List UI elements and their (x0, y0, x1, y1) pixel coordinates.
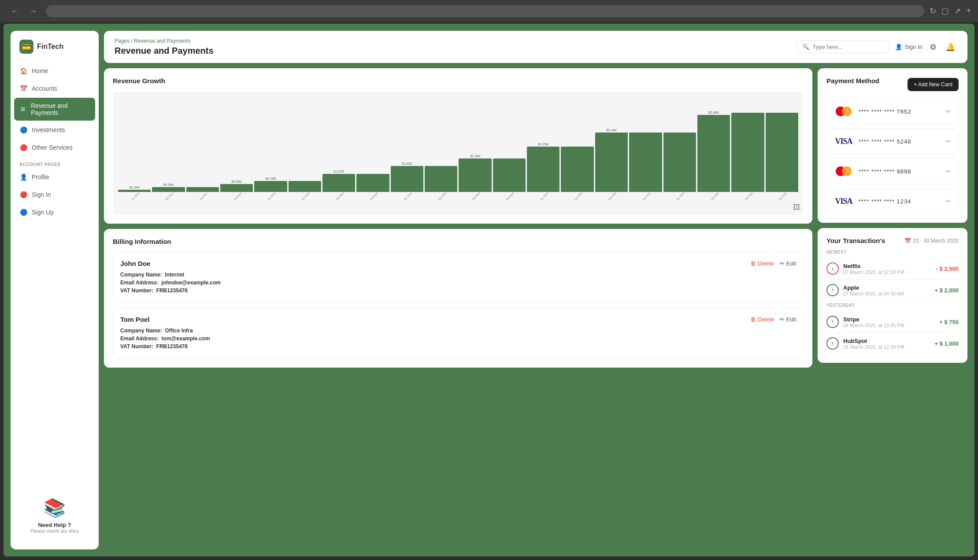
card-edit-button-0[interactable]: ✏ (946, 108, 951, 115)
company-label: Company Name: (120, 272, 162, 278)
address-bar[interactable] (46, 5, 924, 17)
bar (391, 166, 423, 192)
header-actions: 🔍 👤 Sign In ⚙ 🔔 (796, 41, 957, 54)
sidebar-item-home[interactable]: 🏠 Home (14, 63, 95, 79)
search-icon: 🔍 (802, 44, 809, 50)
browser-nav: ← → (7, 5, 41, 18)
billing-entry: John Doe 🗑 Delete ✏ Edit (113, 252, 804, 303)
add-new-card-button[interactable]: + Add New Card (908, 78, 959, 91)
card-number-0: **** **** **** 7852 (859, 108, 911, 115)
sidebar-item-label: Sign Up (32, 209, 54, 216)
sidebar-logo: 💳 FinTech (11, 40, 99, 63)
txn-date: 27 March 2020, at 12:30 PM (843, 269, 904, 275)
billing-edit-button-1[interactable]: ✏ Edit (780, 316, 796, 323)
bar-value-label: $3.15M (538, 143, 548, 146)
trash-icon: 🗑 (750, 316, 756, 323)
chart-bar-group: Q3 2012 (186, 107, 219, 198)
bar-x-label: Q2 2015 (574, 192, 583, 201)
billing-title: Billing Information (113, 238, 804, 245)
card-left: **** **** **** 9898 (834, 165, 911, 177)
sidebar-item-label: Sign In (32, 191, 51, 198)
bar (322, 174, 355, 192)
bar-x-label: Q2 2012 (165, 192, 174, 201)
chart-area: $0.18MQ1 2012$0.34MQ2 2012Q3 2012$0.55MQ… (113, 92, 804, 215)
reload-icon[interactable]: ↻ (930, 6, 936, 16)
browser-back-button[interactable]: ← (7, 5, 22, 18)
chart-bar-group: $2.33MQ3 2014 (459, 107, 491, 198)
browser-forward-button[interactable]: → (26, 5, 41, 18)
sidebar-item-sign-in[interactable]: 🔴 Sign In (14, 186, 95, 203)
sidebar-item-investments[interactable]: 🔵 Investments (14, 122, 95, 138)
transaction-item-hubspot: ↑ HubSpot 26 March 2020, at 12:30 PM + $… (826, 333, 959, 354)
email-label: Email Address: (120, 280, 159, 286)
txn-name: Netflix (843, 263, 904, 269)
txn-info: Netflix 27 March 2020, at 12:30 PM (843, 263, 904, 275)
sidebar-help: 📚 Need Help ? Please check our docs (11, 490, 99, 541)
sidebar-item-revenue[interactable]: ≡ Revenue and Payments (14, 98, 95, 121)
vat-label: VAT Number: (120, 287, 153, 294)
bar-x-label: Q4 2016 (778, 192, 788, 201)
sidebar-item-label: Other Services (32, 144, 73, 151)
sign-in-label: Sign In (905, 44, 922, 50)
header-left: Pages / Revenue and Payments Revenue and… (115, 38, 214, 56)
card-edit-button-2[interactable]: ✏ (946, 168, 951, 175)
notifications-button[interactable]: 🔔 (944, 41, 957, 54)
billing-actions: 🗑 Delete ✏ Edit (750, 316, 796, 323)
add-card-label: + Add New Card (914, 81, 952, 88)
chart-bar-group: $1.27MQ3 2013 (322, 107, 355, 198)
transactions-header: Your Transaction's 📅 23 - 30 March 2020 (826, 237, 959, 244)
billing-name: John Doe (120, 260, 150, 267)
vat-label: VAT Number: (120, 343, 153, 350)
payment-card-item-1: VISA **** **** **** 5248 ✏ (826, 129, 959, 154)
billing-edit-button-0[interactable]: ✏ Edit (780, 260, 796, 267)
chart-bar-group: $1.82MQ1 2014 (391, 107, 423, 198)
delete-label: Delete (758, 260, 774, 267)
home-icon: 🏠 (19, 67, 27, 75)
sidebar-item-other-services[interactable]: 🔴 Other Services (14, 139, 95, 156)
chart-bar-group: Q1 2016 (663, 107, 696, 198)
new-tab-icon[interactable]: + (966, 6, 971, 16)
settings-button[interactable]: ⚙ (928, 41, 938, 54)
bar-x-label: Q3 2016 (744, 192, 753, 201)
sidebar-item-profile[interactable]: 👤 Profile (14, 169, 95, 185)
chart-bar-group: $0.18MQ1 2012 (118, 107, 151, 198)
bar (663, 133, 696, 192)
sidebar-item-label: Revenue and Payments (31, 102, 90, 116)
edit-label: Edit (786, 316, 796, 323)
breadcrumb: Pages / Revenue and Payments (115, 38, 214, 44)
billing-delete-button-1[interactable]: 🗑 Delete (750, 316, 774, 323)
delete-label: Delete (758, 316, 774, 323)
sidebar: 💳 FinTech 🏠 Home 📅 Accounts ≡ Revenue an… (11, 31, 99, 549)
card-left: VISA **** **** **** 5248 (834, 135, 911, 147)
sidebar-item-accounts[interactable]: 📅 Accounts (14, 80, 95, 97)
bar (561, 147, 593, 192)
payment-method-card: Payment Method + Add New Card (818, 68, 967, 223)
logo-text: FinTech (37, 43, 63, 51)
chart-bar-group: $0.34MQ2 2012 (152, 107, 185, 198)
email-label: Email Address: (120, 335, 159, 342)
search-input[interactable] (813, 44, 883, 50)
bar-x-label: Q1 2016 (676, 192, 685, 201)
transaction-item-stripe: ↑ Stripe 26 March 2020, at 13:45 PM + $ … (826, 311, 959, 333)
txn-date: 26 March 2020, at 12:30 PM (843, 344, 904, 350)
company-value: Office Infra (165, 328, 193, 334)
sign-in-button[interactable]: 👤 Sign In (895, 44, 922, 50)
txn-icon-negative: ↓ (826, 262, 839, 275)
email-value: johndoe@example.com (162, 280, 221, 286)
chart-bar-group: Q3 2016 (731, 107, 764, 198)
content-right: Payment Method + Add New Card (818, 68, 967, 549)
date-range-text: 23 - 30 March 2020 (913, 238, 959, 244)
sidebar-item-sign-up[interactable]: 🔵 Sign Up (14, 204, 95, 221)
billing-name: Tom Poel (120, 316, 149, 323)
txn-date: 27 March 2020, at 04:30 AM (843, 291, 904, 296)
bar-value-label: $1.82M (402, 162, 412, 165)
txn-amount: + $ 750 (939, 319, 959, 325)
bar-value-label: $5.36M (708, 111, 719, 114)
transactions-section-newest: NEWEST (826, 250, 959, 254)
chart-bar-group: $0.78MQ1 2013 (254, 107, 287, 198)
card-edit-button-1[interactable]: ✏ (946, 138, 951, 145)
company-value: Internet (165, 272, 184, 278)
billing-delete-button-0[interactable]: 🗑 Delete (750, 260, 774, 267)
bar-x-label: Q1 2014 (404, 192, 413, 201)
card-edit-button-3[interactable]: ✏ (946, 198, 951, 205)
